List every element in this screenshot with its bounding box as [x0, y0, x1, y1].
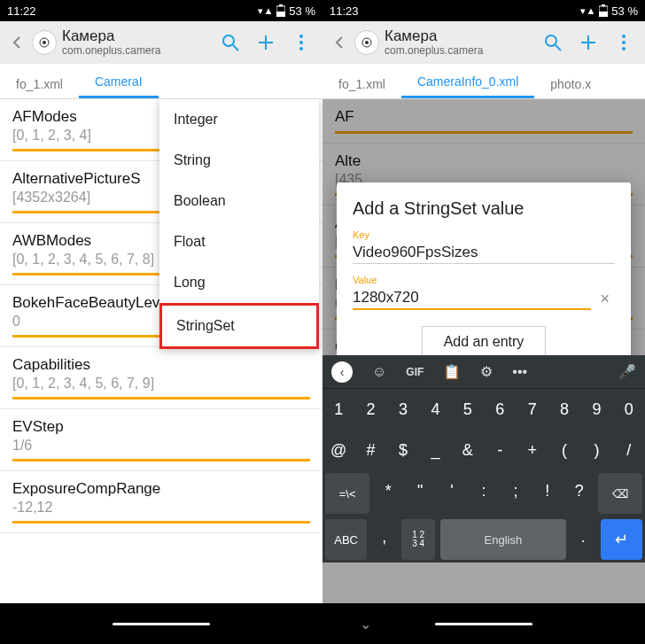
- key-abc[interactable]: ABC: [325, 519, 367, 560]
- dropdown-item-string[interactable]: String: [159, 140, 319, 181]
- key-dquote[interactable]: ": [404, 470, 436, 511]
- gif-icon[interactable]: GIF: [406, 366, 424, 378]
- key-amp[interactable]: &: [452, 430, 484, 470]
- key-underscore[interactable]: _: [419, 430, 451, 470]
- key-colon[interactable]: :: [468, 470, 500, 511]
- svg-rect-14: [602, 4, 605, 6]
- nav-handle[interactable]: [435, 623, 532, 625]
- key-0[interactable]: 0: [613, 389, 645, 430]
- svg-point-10: [299, 41, 303, 44]
- battery-text: 53 %: [289, 4, 315, 18]
- key-slash[interactable]: /: [613, 430, 645, 470]
- key-plus[interactable]: +: [516, 430, 548, 470]
- mic-icon[interactable]: 🎤: [618, 363, 636, 380]
- battery-icon: [599, 4, 608, 17]
- status-bar: 11:23 ▾▲ 53 %: [322, 0, 645, 21]
- svg-point-21: [622, 35, 626, 38]
- key-5[interactable]: 5: [452, 389, 484, 430]
- kb-hide-icon[interactable]: ⌄: [360, 612, 371, 635]
- dropdown-item-stringset[interactable]: StringSet: [159, 303, 319, 349]
- key-4[interactable]: 4: [419, 389, 451, 430]
- add-entry-button[interactable]: Add an entry: [422, 326, 546, 358]
- key-semicolon[interactable]: ;: [500, 470, 532, 511]
- overflow-icon[interactable]: [284, 34, 319, 51]
- key-at[interactable]: @: [322, 430, 354, 470]
- battery-text: 53 %: [611, 4, 638, 18]
- search-icon[interactable]: [535, 33, 571, 52]
- more-icon[interactable]: •••: [512, 364, 527, 380]
- key-3[interactable]: 3: [387, 389, 419, 430]
- pref-list: AF Alte [435 AW [0, 1 BokehFaceBeautyLev…: [322, 99, 645, 603]
- clear-value-icon[interactable]: ×: [591, 290, 615, 319]
- battery-icon: [276, 4, 285, 17]
- key-symbols-shift[interactable]: =\<: [325, 473, 369, 514]
- dropdown-item-float[interactable]: Float: [159, 221, 319, 262]
- overflow-icon[interactable]: [606, 34, 641, 51]
- key-rparen[interactable]: ): [580, 430, 612, 470]
- key-dollar[interactable]: $: [387, 430, 419, 470]
- search-icon[interactable]: [213, 33, 248, 52]
- key-comma[interactable]: ,: [369, 516, 399, 557]
- tab-file-2[interactable]: CameraI: [79, 67, 159, 98]
- key-numpad[interactable]: 1 2 3 4: [401, 519, 435, 560]
- add-icon[interactable]: [571, 33, 606, 52]
- dropdown-item-integer[interactable]: Integer: [159, 99, 319, 140]
- tab-file-1[interactable]: fo_1.xml: [322, 70, 401, 98]
- key-2[interactable]: 2: [354, 389, 386, 430]
- add-icon[interactable]: [248, 33, 284, 52]
- list-item[interactable]: ExposureCompRange -12,12: [0, 471, 322, 533]
- list-item[interactable]: Capabilities [0, 1, 2, 3, 4, 5, 6, 7, 9]: [0, 347, 322, 409]
- pref-key: Capabilities: [12, 356, 310, 374]
- dropdown-item-long[interactable]: Long: [159, 262, 319, 303]
- nav-handle[interactable]: [113, 623, 210, 625]
- sticker-icon[interactable]: ☺: [372, 364, 386, 380]
- key-bang[interactable]: !: [532, 470, 563, 511]
- kb-row-3: =\< * " ' : ; ! ? ⌫: [322, 470, 645, 516]
- back-icon[interactable]: [4, 28, 32, 57]
- tab-file-1[interactable]: fo_1.xml: [0, 70, 79, 98]
- pref-list: AFModes [0, 1, 2, 3, 4] AlternativePictu…: [0, 99, 322, 603]
- dialog-title: Add a StringSet value: [353, 198, 615, 219]
- key-6[interactable]: 6: [484, 389, 516, 430]
- value-input[interactable]: 1280x720: [353, 287, 591, 310]
- tab-file-2[interactable]: CameraInfo_0.xml: [401, 67, 534, 98]
- key-input[interactable]: Video960FpsSizes: [353, 242, 615, 264]
- kb-collapse-icon[interactable]: ‹: [331, 361, 353, 383]
- key-period[interactable]: .: [569, 516, 598, 557]
- svg-point-5: [223, 35, 234, 46]
- tab-bar: fo_1.xml CameraI: [0, 64, 322, 99]
- key-squote[interactable]: ': [436, 470, 468, 511]
- key-1[interactable]: 1: [322, 389, 354, 430]
- status-time: 11:22: [7, 4, 36, 18]
- key-question[interactable]: ?: [563, 470, 595, 511]
- svg-point-16: [365, 41, 369, 44]
- clipboard-icon[interactable]: 📋: [443, 363, 461, 380]
- key-hash[interactable]: #: [354, 430, 386, 470]
- key-lparen[interactable]: (: [548, 430, 580, 470]
- back-icon[interactable]: [326, 28, 354, 57]
- nav-bar: [0, 603, 322, 644]
- nav-bar: ⌄: [322, 603, 645, 644]
- key-backspace[interactable]: ⌫: [598, 473, 642, 514]
- key-8[interactable]: 8: [548, 389, 580, 430]
- app-subtitle: com.oneplus.camera: [62, 45, 213, 57]
- tab-file-3[interactable]: photo.x: [534, 70, 607, 98]
- list-item[interactable]: EVStep 1/6: [0, 409, 322, 471]
- key-space[interactable]: English: [440, 519, 566, 560]
- svg-point-4: [43, 41, 46, 44]
- key-minus[interactable]: -: [484, 430, 516, 470]
- key-label: Key: [353, 229, 615, 240]
- divider-accent: [12, 521, 310, 524]
- svg-point-23: [622, 47, 626, 50]
- tab-bar: fo_1.xml CameraInfo_0.xml photo.x: [322, 64, 645, 99]
- key-star[interactable]: *: [372, 470, 404, 511]
- key-9[interactable]: 9: [580, 389, 612, 430]
- svg-rect-13: [599, 12, 608, 17]
- svg-line-18: [556, 45, 561, 50]
- settings-icon[interactable]: ⚙: [480, 363, 493, 380]
- app-icon: [32, 30, 57, 55]
- key-enter[interactable]: ↵: [601, 519, 642, 560]
- key-7[interactable]: 7: [516, 389, 548, 430]
- app-subtitle: com.oneplus.camera: [385, 45, 535, 57]
- dropdown-item-boolean[interactable]: Boolean: [159, 181, 319, 221]
